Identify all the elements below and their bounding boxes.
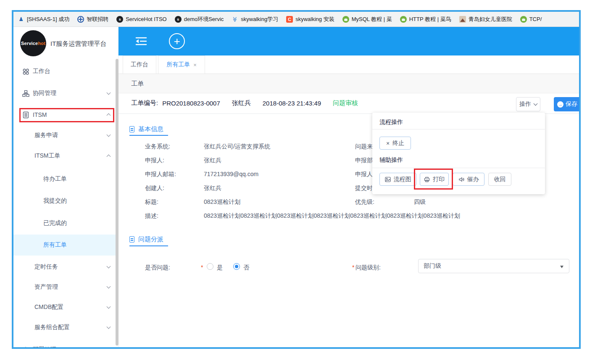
platform-title: IT服务运营管理平台 <box>50 40 106 48</box>
speaker-icon <box>458 177 464 182</box>
section-underline <box>129 135 168 136</box>
print-button[interactable]: 打印 <box>420 173 449 186</box>
sidebar-item-service-request[interactable]: 服务申请 <box>13 127 118 144</box>
field-label: 标题: <box>145 198 158 206</box>
order-person: 张红兵 <box>232 99 251 107</box>
bookmark-item[interactable]: ServiceHot ITSO <box>116 16 167 23</box>
sidebar-item-my-submitted[interactable]: 我提交的 <box>13 193 118 209</box>
radio-yes[interactable] <box>207 263 213 270</box>
sidebar-item-completed[interactable]: 已完成的 <box>13 215 118 232</box>
document-icon <box>129 126 134 132</box>
order-number-label: 工单编号: <box>131 99 158 107</box>
bookmark-item[interactable]: 智联招聘 <box>77 16 108 23</box>
sidebar: Servicehot IT服务运营管理平台 工作台 协同管理 ITSM 服务申请… <box>13 27 118 349</box>
bookmark-item[interactable]: HTTP 教程 | 菜鸟 <box>400 16 451 23</box>
radio-no-label[interactable]: 否 <box>243 264 249 272</box>
gear-icon <box>22 346 29 349</box>
sidebar-item-todo-orders[interactable]: 待办工单 <box>13 171 118 187</box>
sidebar-item-asset-mgmt[interactable]: 资产管理 <box>13 279 118 295</box>
csdn-icon <box>286 16 293 23</box>
sidebar-item-config-mgmt[interactable]: 配置管理 <box>13 341 118 349</box>
arrow-right-circle-icon: → <box>557 101 563 108</box>
skywalking-wings-icon <box>232 16 238 23</box>
browser-window-frame: [SHSAAS-1] 成功 智联招聘 ServiceHot ITSO demo环… <box>12 10 581 349</box>
divider <box>372 129 545 129</box>
field-label: 申报人 <box>355 171 373 178</box>
chevron-down-icon <box>534 102 538 106</box>
runoob-green-icon <box>520 16 527 23</box>
sidebar-scrollbar[interactable] <box>116 59 118 346</box>
tab-bar: 工作台 所有工单 × <box>118 55 581 74</box>
bookmark-item[interactable]: skywalking学习 <box>232 16 278 23</box>
order-number: PRO20180823-0007 <box>162 100 220 107</box>
terminate-button[interactable]: × 终止 <box>379 137 411 150</box>
section-basic-info: 基本信息 <box>129 125 163 133</box>
sidebar-item-itsm-orders[interactable]: ITSM工单 <box>13 148 118 164</box>
popup-section-title: 流程操作 <box>379 119 403 126</box>
field-label: 是否问题: <box>145 264 170 272</box>
required-asterisk: * <box>352 264 354 271</box>
section-problem-dispatch: 问题分派 <box>129 235 163 243</box>
bookmark-item[interactable]: demo环境Servic <box>175 16 224 23</box>
field-label: 创建人: <box>145 185 164 192</box>
sidebar-item-workbench[interactable]: 工作台 <box>13 63 118 80</box>
sidebar-item-itsm[interactable]: ITSM <box>13 106 118 123</box>
radio-no[interactable] <box>233 263 240 270</box>
field-value: 717213939@qq.com <box>204 171 258 177</box>
flowchart-button[interactable]: 流程图 <box>379 173 416 186</box>
save-button[interactable]: → 保存 <box>554 97 581 111</box>
field-label: 申报人: <box>145 157 164 164</box>
status-badge: 问题审核 <box>333 99 358 107</box>
field-label: 描述: <box>145 212 158 220</box>
sidebar-item-all-orders[interactable]: 所有工单 <box>13 235 118 256</box>
close-icon[interactable]: × <box>193 62 197 68</box>
order-datetime: 2018-08-23 21:43:49 <box>263 100 321 107</box>
chevron-down-icon <box>107 347 111 349</box>
bookmark-item[interactable]: TCP/ <box>520 16 542 23</box>
bookmark-item[interactable]: skywalking 安装 <box>286 16 334 23</box>
withdraw-button[interactable]: 收回 <box>488 173 511 186</box>
field-value: 0823巡检计划0823巡检计划0823巡检计划0823巡检计划0823巡检计划… <box>204 212 460 220</box>
radio-yes-label[interactable]: 是 <box>217 264 223 272</box>
action-dropdown-menu: 流程操作 × 终止 辅助操作 流程图 打印 催办 收回 <box>372 113 545 194</box>
sidebar-item-collab[interactable]: 协同管理 <box>13 85 118 102</box>
divider <box>372 168 545 168</box>
sidebar-item-service-combo-config[interactable]: 服务组合配置 <box>13 319 118 336</box>
servicehot-dark-icon <box>175 16 182 23</box>
tab-all-orders[interactable]: 所有工单 × <box>158 55 205 74</box>
popup-section-title: 辅助操作 <box>379 156 403 164</box>
jira-person-icon <box>18 16 24 23</box>
field-value: 张红兵 <box>204 185 221 192</box>
field-label: 优先级: <box>355 198 374 206</box>
sidebar-item-scheduled-tasks[interactable]: 定时任务 <box>13 258 118 275</box>
bookmark-item[interactable]: [SHSAAS-1] 成功 <box>18 16 69 23</box>
field-label: 申报部 <box>355 157 373 164</box>
bookmark-item[interactable]: MySQL 教程 | 菜 <box>342 16 392 23</box>
chevron-down-icon <box>107 325 111 329</box>
chevron-up-icon <box>107 155 111 159</box>
breadcrumb: 工单 <box>118 74 581 93</box>
section-underline <box>129 245 168 246</box>
action-dropdown-button[interactable]: 操作 <box>516 97 540 111</box>
bookmarks-bar: [SHSAAS-1] 成功 智联招聘 ServiceHot ITSO demo环… <box>13 12 581 27</box>
add-tab-icon[interactable]: + <box>169 33 185 49</box>
field-value: 四级 <box>414 198 426 206</box>
sidebar-item-cmdb-config[interactable]: CMDB配置 <box>13 299 118 316</box>
printer-icon <box>424 177 430 182</box>
menu-collapse-icon[interactable] <box>134 36 148 46</box>
runoob-green-icon <box>400 16 407 23</box>
bookmark-item[interactable]: 青岛妇女儿童医院 <box>459 16 512 23</box>
top-header-bar: + <box>118 27 581 55</box>
runoob-green-icon <box>342 16 349 23</box>
problem-level-select[interactable]: 部门级 <box>418 259 569 273</box>
servicehot-logo: Servicehot <box>20 30 46 56</box>
order-detail-panel: 工单编号: PRO20180823-0007 张红兵 2018-08-23 21… <box>118 93 581 349</box>
urge-button[interactable]: 催办 <box>453 173 484 186</box>
doc-icon <box>22 111 29 119</box>
document-icon <box>129 236 134 243</box>
field-value: 张红兵 <box>204 157 221 164</box>
chevron-down-icon <box>107 264 111 269</box>
image-icon <box>459 16 466 23</box>
tab-workbench[interactable]: 工作台 <box>123 55 156 74</box>
chevron-down-icon <box>107 285 111 289</box>
